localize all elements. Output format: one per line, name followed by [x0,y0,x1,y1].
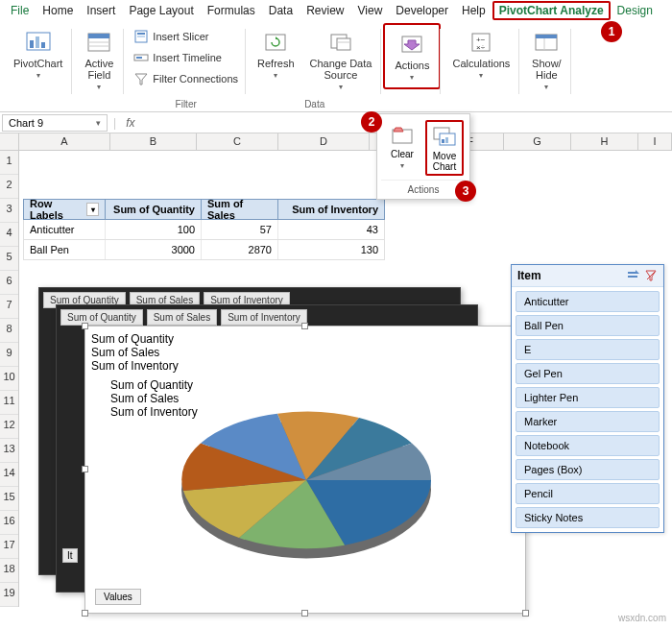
row-header[interactable]: 2 [0,175,18,199]
resize-handle[interactable] [301,610,308,617]
slicer-item[interactable]: Pages (Box) [516,459,660,480]
values-axis-button[interactable]: Values [95,589,141,605]
field-button[interactable]: Sum of Sales [147,309,217,326]
slicer-item[interactable]: Sticky Notes [516,507,660,528]
multi-select-icon[interactable] [627,269,640,282]
slicer-item[interactable]: Marker [516,411,660,432]
col-header-i[interactable]: I [638,133,672,150]
row-header[interactable]: 8 [0,319,18,343]
pivot-cell-qty[interactable]: 100 [106,220,202,239]
pivot-cell-inv[interactable]: 43 [278,220,384,239]
pivot-cell-inv[interactable]: 130 [278,240,384,259]
menu-developer[interactable]: Developer [389,1,455,20]
slicer-panel[interactable]: Item Anticutter Ball Pen Eer Gel Pen Lig… [511,264,664,533]
pivot-cell-sales[interactable]: 57 [202,220,278,239]
select-all-corner[interactable] [0,133,19,150]
field-button[interactable]: Sum of Quantity [91,332,519,346]
resize-handle[interactable] [82,323,88,329]
svg-marker-20 [404,40,420,50]
menu-help[interactable]: Help [455,1,492,20]
svg-rect-12 [136,57,142,59]
svg-rect-5 [88,34,109,38]
menu-design[interactable]: Design [611,1,660,20]
chevron-down-icon[interactable]: ▾ [96,118,101,128]
pivot-row-labels-header[interactable]: Row Labels ▾ [24,200,106,219]
pivot-cell-label[interactable]: Ball Pen [24,240,106,259]
row-header[interactable]: 19 [0,583,18,607]
row-header[interactable]: 5 [0,247,18,271]
show-hide-button[interactable]: Show/ Hide ▾ [525,25,567,93]
row-header[interactable]: 9 [0,343,18,367]
resize-handle[interactable] [301,323,308,329]
menu-pivotchart-analyze[interactable]: PivotChart Analyze [492,1,611,20]
row-header[interactable]: 1 [0,151,18,175]
row-header[interactable]: 11 [0,391,18,415]
slicer-item[interactable]: Pencil [516,483,660,504]
col-header-c[interactable]: C [197,133,278,150]
insert-slicer-button[interactable]: Insert Slicer [130,27,242,46]
slicer-item[interactable]: Ball Pen [516,315,660,336]
col-header-b[interactable]: B [110,133,197,150]
row-header[interactable]: 4 [0,223,18,247]
clear-chart-button[interactable]: Clear ▾ [383,120,421,176]
row-header[interactable]: 18 [0,559,18,583]
row-header[interactable]: 6 [0,271,18,295]
resize-handle[interactable] [82,610,88,617]
field-button[interactable]: Sum of Sales [91,346,519,359]
active-field-button[interactable]: Active Field ▾ [78,25,120,93]
slicer-item[interactable]: Notebook [516,435,660,456]
menu-home[interactable]: Home [36,1,80,20]
row-header[interactable]: 14 [0,463,18,487]
menu-review[interactable]: Review [300,1,350,20]
menu-view[interactable]: View [351,1,390,20]
menu-formulas[interactable]: Formulas [201,1,262,20]
menu-data[interactable]: Data [262,1,300,20]
change-data-source-button[interactable]: Change Data Source ▾ [304,25,378,93]
col-header-h[interactable]: H [571,133,638,150]
row-header[interactable]: 17 [0,535,18,559]
field-button[interactable]: Sum of Quantity [60,309,143,326]
pivot-cell-sales[interactable]: 2870 [202,240,278,259]
col-header-g[interactable]: G [504,133,571,150]
menu-page-layout[interactable]: Page Layout [122,1,200,20]
row-header[interactable]: 7 [0,295,18,319]
pivotchart-button[interactable]: PivotChart ▾ [8,25,68,82]
slicer-item[interactable]: Gel Pen [516,363,660,384]
item-axis-button[interactable]: It [62,548,78,563]
name-box[interactable]: Chart 9 ▾ [2,114,108,132]
filter-connections-button[interactable]: Filter Connections [130,69,242,88]
pie-chart-plot-area[interactable] [162,375,450,576]
field-button[interactable]: Sum of Inventory [221,309,307,326]
col-header-d[interactable]: D [278,133,370,150]
row-header[interactable]: 13 [0,439,18,463]
actions-button[interactable]: Actions ▾ [389,27,435,84]
chevron-down-icon: ▾ [410,73,414,82]
menu-file[interactable]: File [4,1,36,20]
resize-handle[interactable] [82,466,88,472]
calculations-button[interactable]: +−×÷ Calculations ▾ [446,25,516,82]
row-header[interactable]: 12 [0,415,18,439]
field-button[interactable]: Sum of Inventory [91,359,519,373]
selected-pivot-chart[interactable]: Sum of Quantity Sum of Sales Sum of Inve… [84,326,526,614]
pivot-cell-qty[interactable]: 3000 [106,240,202,259]
slicer-item[interactable]: Lighter Pen [516,387,660,408]
move-chart-button[interactable]: Move Chart [425,120,464,176]
col-header-a[interactable]: A [19,133,110,150]
pivot-col-sum-inventory[interactable]: Sum of Inventory [278,200,384,219]
fx-icon[interactable]: fx [120,116,140,130]
insert-timeline-button[interactable]: Insert Timeline [130,48,242,67]
row-header[interactable]: 15 [0,487,18,511]
filter-dropdown-icon[interactable]: ▾ [86,203,99,216]
slicer-item[interactable]: Eer [516,339,660,360]
pivot-col-sum-quantity[interactable]: Sum of Quantity [106,200,202,219]
pivot-col-sum-sales[interactable]: Sum of Sales [202,200,278,219]
refresh-button[interactable]: Refresh ▾ [252,25,300,82]
resize-handle[interactable] [522,610,529,617]
row-header[interactable]: 3 [0,199,18,223]
menu-insert[interactable]: Insert [80,1,122,20]
row-header[interactable]: 10 [0,367,18,391]
row-header[interactable]: 16 [0,511,18,535]
clear-filter-icon[interactable] [644,269,658,282]
slicer-item[interactable]: Anticutter [516,291,660,312]
pivot-cell-label[interactable]: Anticutter [24,220,106,239]
